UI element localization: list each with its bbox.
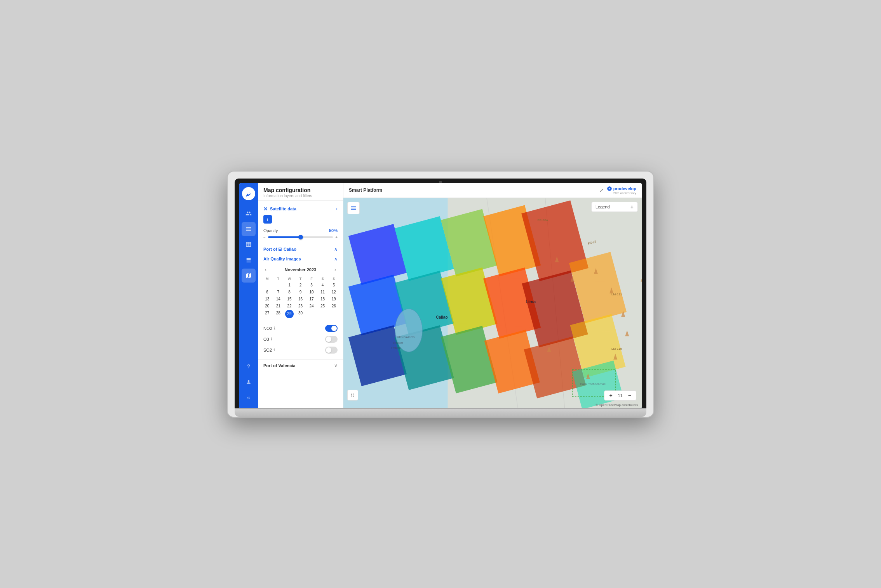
air-quality-chevron-up: ∧	[334, 256, 338, 262]
svg-text:Islas Pachacámac: Islas Pachacámac	[580, 382, 606, 385]
port-callao-title: Port of El Callao	[263, 247, 296, 252]
cal-cell-12[interactable]: 12	[328, 289, 339, 295]
zoom-in-button[interactable]: +	[608, 392, 614, 399]
cal-cell-2[interactable]: 2	[295, 282, 306, 288]
legend-label: Legend	[595, 205, 610, 209]
legend-expand-icon: +	[630, 204, 634, 210]
cal-header-S2: S	[328, 276, 339, 281]
cal-cell-28[interactable]: 28	[273, 310, 284, 318]
o3-info-icon[interactable]: ℹ	[271, 337, 272, 341]
map-visualization: Callao Lima Islas Pachacámac Islas Cavin…	[343, 198, 642, 408]
sidebar-item-users[interactable]	[242, 206, 256, 220]
cal-cell-18[interactable]: 18	[317, 296, 328, 302]
cal-cell-3[interactable]: 3	[306, 282, 317, 288]
port-callao-header[interactable]: Port of El Callao ∧	[258, 244, 343, 254]
calendar-prev-button[interactable]: ‹	[262, 266, 270, 274]
cal-cell-17[interactable]: 17	[306, 296, 317, 302]
laptop-base	[235, 408, 646, 417]
cal-cell-26[interactable]: 26	[328, 303, 339, 309]
o3-toggle[interactable]	[325, 336, 338, 343]
app-container: ? « Map configuration Information layers…	[239, 183, 642, 408]
cal-cell-29-selected[interactable]: 29	[285, 310, 294, 318]
cal-cell-5[interactable]: 5	[328, 282, 339, 288]
calendar-month: November 2023	[285, 267, 316, 272]
svg-text:e Islotes: e Islotes	[393, 342, 404, 344]
brand-name: prodevelop	[613, 186, 636, 191]
osm-attribution: © OpenStreetMap contributors	[595, 403, 638, 407]
cal-cell-7[interactable]: 7	[273, 289, 284, 295]
port-valencia-title: Port of Valencia	[263, 363, 296, 368]
sidebar-item-layers[interactable]	[242, 222, 256, 236]
port-valencia-row[interactable]: Port of Valencia ∨	[258, 359, 343, 371]
so2-info-icon[interactable]: ℹ	[273, 348, 275, 352]
config-panel: Map configuration Information layers and…	[258, 183, 343, 408]
no2-info-icon[interactable]: ℹ	[274, 326, 275, 330]
chevron-right-icon: ›	[336, 206, 338, 212]
app-logo[interactable]	[242, 187, 255, 200]
cal-cell-22[interactable]: 22	[284, 303, 295, 309]
opacity-row: Opacity 50%	[258, 227, 343, 234]
info-badge: i	[263, 215, 272, 224]
cal-cell-10[interactable]: 10	[306, 289, 317, 295]
cal-cell-24[interactable]: 24	[306, 303, 317, 309]
calendar-next-button[interactable]: ›	[331, 266, 339, 274]
opacity-slider[interactable]	[268, 236, 333, 238]
o3-toggle-knob	[326, 336, 331, 342]
svg-text:Islas Cavinzas: Islas Cavinzas	[397, 336, 415, 338]
cal-cell-8[interactable]: 8	[284, 289, 295, 295]
air-quality-header[interactable]: Air Quality Images ∧	[258, 254, 343, 264]
no2-row: NO2 ℹ	[263, 323, 338, 334]
cal-cell-1[interactable]: 1	[284, 282, 295, 288]
no2-toggle[interactable]	[325, 325, 338, 332]
map-tools-button[interactable]	[347, 202, 360, 214]
cal-cell-11[interactable]: 11	[317, 289, 328, 295]
zoom-out-button[interactable]: −	[627, 392, 633, 399]
cal-cell-20[interactable]: 20	[262, 303, 273, 309]
x-icon: ✕	[263, 206, 268, 212]
so2-toggle-knob	[326, 347, 331, 353]
profile-button[interactable]	[242, 375, 256, 389]
svg-text:Callao: Callao	[436, 315, 447, 319]
cal-cell-27[interactable]: 27	[262, 310, 273, 318]
fullscreen-button[interactable]	[347, 390, 358, 401]
map-area[interactable]: Smart Platform ⤢ prodevelop 20th anniver…	[343, 183, 642, 408]
cal-cell-21[interactable]: 21	[273, 303, 284, 309]
cal-header-T1: T	[273, 276, 284, 281]
sidebar-item-table[interactable]	[242, 238, 256, 252]
cal-cell-15[interactable]: 15	[284, 296, 295, 302]
so2-toggle[interactable]	[325, 347, 338, 354]
cal-cell-6[interactable]: 6	[262, 289, 273, 295]
sidebar-bottom: ? «	[242, 359, 256, 404]
cal-cell-30[interactable]: 30	[295, 310, 306, 318]
sidebar-item-monitor[interactable]	[242, 253, 256, 267]
no2-toggle-knob	[331, 326, 337, 331]
sidebar: ? «	[239, 183, 258, 408]
opacity-value: 50%	[329, 228, 338, 233]
cal-header-W: W	[284, 276, 295, 281]
collapse-sidebar-button[interactable]: «	[242, 390, 256, 404]
cal-cell-14[interactable]: 14	[273, 296, 284, 302]
slider-max-icon: +	[335, 235, 338, 239]
topbar-right: ⤢ prodevelop 20th anniversary	[599, 186, 636, 195]
cal-cell-empty2	[273, 282, 284, 288]
slider-fill	[268, 236, 301, 238]
help-button[interactable]: ?	[242, 359, 256, 373]
cal-cell-9[interactable]: 9	[295, 289, 306, 295]
svg-text:Frontón: Frontón	[391, 347, 400, 349]
slider-thumb[interactable]	[298, 235, 303, 239]
cal-cell-19[interactable]: 19	[328, 296, 339, 302]
cal-cell-4[interactable]: 4	[317, 282, 328, 288]
cal-cell-16[interactable]: 16	[295, 296, 306, 302]
cal-cell-13[interactable]: 13	[262, 296, 273, 302]
port-callao-section: Port of El Callao ∧ Air Quality Images ∧	[258, 243, 343, 359]
sidebar-item-map[interactable]	[242, 269, 256, 283]
so2-row: SO2 ℹ	[263, 345, 338, 356]
legend-box[interactable]: Legend +	[591, 202, 638, 212]
cal-cell-23[interactable]: 23	[295, 303, 306, 309]
cal-cell-empty3	[306, 310, 317, 318]
cal-cell-25[interactable]: 25	[317, 303, 328, 309]
zoom-level: 11	[616, 393, 625, 398]
satellite-section-row[interactable]: ✕ Satellite data ›	[258, 204, 343, 214]
expand-icon[interactable]: ⤢	[599, 187, 604, 193]
prodevelop-brand: prodevelop 20th anniversary	[607, 186, 636, 195]
